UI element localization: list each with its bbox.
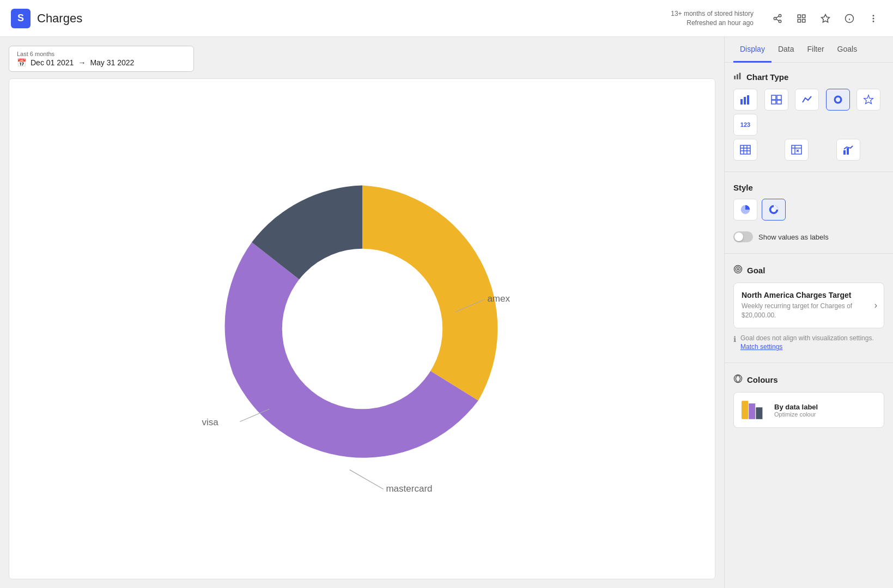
share-icon[interactable] (769, 10, 786, 27)
tabs-bar: Display Data Filter Goals (725, 37, 893, 63)
colour-card-title: By data label (774, 403, 876, 411)
svg-point-45 (734, 265, 742, 273)
chart-type-line[interactable] (795, 89, 819, 111)
stored-history-label: 13+ months of stored history (671, 9, 754, 19)
svg-marker-31 (864, 95, 873, 104)
svg-point-30 (836, 97, 840, 102)
svg-rect-26 (777, 95, 781, 100)
show-values-row: Show values as labels (733, 231, 884, 242)
topbar: S Charges 13+ months of stored history R… (0, 0, 893, 37)
goal-card-desc: Weekly recurring target for Charges of $… (742, 302, 876, 320)
svg-rect-24 (747, 95, 749, 105)
svg-rect-20 (737, 74, 738, 79)
chart-type-stacked[interactable] (764, 89, 788, 111)
main-layout: Last 6 months 📅 Dec 01 2021 → May 31 202… (0, 37, 893, 588)
svg-line-18 (349, 470, 383, 489)
show-values-toggle[interactable] (733, 231, 753, 242)
date-range-value: 📅 Dec 01 2021 → May 31 2022 (17, 58, 186, 67)
grid-icon[interactable] (793, 10, 810, 27)
style-pie[interactable] (733, 199, 757, 220)
colour-card[interactable]: By data label Optimize colour (733, 392, 884, 428)
tab-data[interactable]: Data (771, 37, 801, 63)
svg-rect-49 (742, 401, 748, 419)
colours-section: Colours By data label Optimize colour (733, 374, 884, 428)
colour-preview (742, 400, 768, 420)
svg-rect-28 (777, 100, 781, 104)
svg-rect-6 (803, 15, 805, 17)
colours-title: Colours (747, 375, 778, 384)
page-title: Charges (37, 11, 664, 26)
more-icon[interactable] (865, 10, 882, 27)
svg-line-4 (776, 16, 779, 17)
date-range-label: Last 6 months (17, 51, 186, 57)
mastercard-label: mastercard (386, 483, 432, 494)
svg-rect-40 (843, 150, 846, 155)
divider-3 (725, 363, 893, 363)
date-start: Dec 01 2021 (31, 58, 74, 67)
divider-2 (725, 253, 893, 254)
goal-header: Goal (733, 265, 884, 276)
svg-line-3 (776, 19, 779, 21)
svg-point-47 (737, 268, 739, 270)
svg-rect-32 (740, 145, 750, 154)
chart-type-grid-row2 (733, 139, 884, 161)
visa-label: visa (202, 417, 218, 427)
svg-rect-5 (798, 15, 800, 17)
chart-type-combo[interactable] (836, 139, 860, 161)
svg-point-13 (873, 15, 874, 16)
style-title: Style (733, 183, 753, 192)
goal-card[interactable]: North America Charges Target Weekly recu… (733, 283, 884, 328)
chart-type-table[interactable] (733, 139, 757, 161)
chart-type-donut[interactable] (826, 89, 850, 111)
star-icon[interactable] (817, 10, 834, 27)
info-icon[interactable] (841, 10, 858, 27)
left-panel: Last 6 months 📅 Dec 01 2021 → May 31 202… (0, 37, 724, 588)
svg-point-14 (873, 18, 874, 19)
donut-hole (282, 249, 442, 409)
goal-section: Goal North America Charges Target Weekly… (733, 265, 884, 352)
right-panel: Display Data Filter Goals Chart Type (724, 37, 893, 588)
divider-1 (725, 171, 893, 172)
match-settings-link[interactable]: Match settings (740, 343, 782, 351)
goal-title: Goal (747, 266, 765, 275)
svg-point-46 (736, 267, 740, 272)
date-range-picker[interactable]: Last 6 months 📅 Dec 01 2021 → May 31 202… (9, 46, 194, 72)
show-values-label: Show values as labels (758, 233, 829, 241)
chart-type-icon (733, 71, 742, 82)
donut-chart: amex visa mastercard (193, 160, 531, 498)
svg-point-15 (873, 21, 874, 22)
svg-rect-23 (744, 97, 746, 105)
date-end: May 31 2022 (90, 58, 134, 67)
warning-info-icon: ℹ (733, 334, 736, 345)
calendar-icon: 📅 (17, 58, 26, 67)
date-arrow: → (78, 58, 86, 67)
tab-display[interactable]: Display (733, 37, 771, 63)
style-donut[interactable] (762, 199, 786, 220)
chart-type-bar[interactable] (733, 89, 757, 111)
amex-label: amex (487, 293, 510, 304)
svg-rect-41 (847, 148, 849, 155)
chart-type-number[interactable]: 123 (733, 114, 757, 136)
svg-rect-8 (803, 19, 805, 22)
topbar-actions (769, 10, 882, 27)
chart-type-title: Chart Type (746, 72, 788, 82)
svg-rect-7 (798, 19, 800, 22)
chart-type-star[interactable] (856, 89, 880, 111)
svg-point-48 (734, 375, 742, 383)
chart-type-pivot[interactable] (785, 139, 809, 161)
tab-filter[interactable]: Filter (800, 37, 830, 63)
style-section: Style (733, 183, 884, 220)
svg-rect-50 (749, 403, 755, 419)
svg-rect-25 (771, 95, 776, 100)
colours-icon (733, 374, 743, 385)
tab-goals[interactable]: Goals (831, 37, 864, 63)
svg-marker-9 (822, 14, 830, 22)
goal-chevron-icon: › (874, 301, 877, 310)
chart-area: amex visa mastercard (9, 78, 715, 579)
topbar-meta: 13+ months of stored history Refreshed a… (671, 9, 754, 28)
svg-rect-22 (740, 99, 743, 105)
svg-point-0 (779, 14, 781, 17)
toggle-knob (734, 232, 743, 241)
goal-warning-text: Goal does not align with visualization s… (740, 334, 884, 352)
chart-type-header: Chart Type (733, 71, 884, 82)
